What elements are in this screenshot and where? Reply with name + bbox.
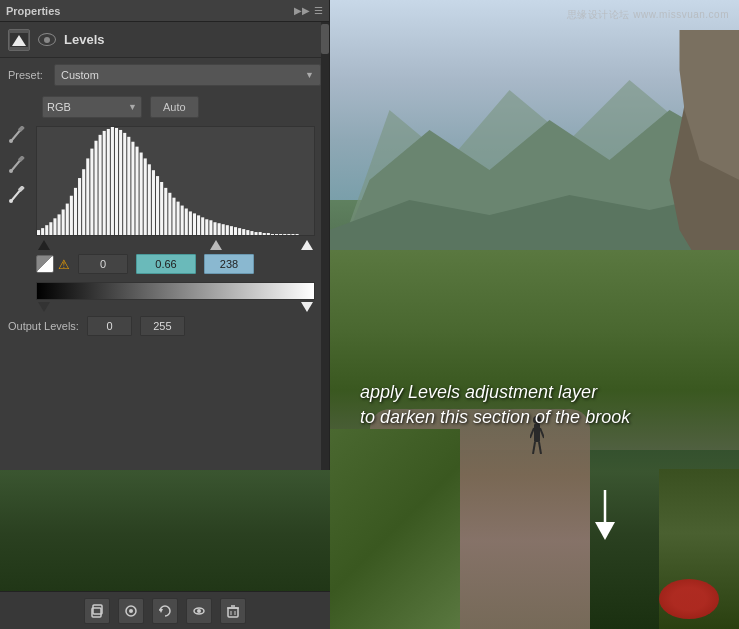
svg-rect-55 <box>160 182 163 235</box>
eyedropper-tools <box>8 126 26 208</box>
visibility-icon[interactable] <box>38 33 56 46</box>
svg-rect-62 <box>189 211 192 235</box>
svg-rect-38 <box>90 149 93 235</box>
svg-rect-39 <box>94 141 97 235</box>
delete-button[interactable] <box>220 598 246 624</box>
svg-rect-33 <box>70 196 73 235</box>
output-white-triangle[interactable] <box>301 302 313 312</box>
svg-rect-74 <box>238 228 241 235</box>
preset-dropdown[interactable]: Custom ▼ <box>54 64 321 86</box>
output-gradient-bar <box>36 282 315 300</box>
copy-layer-button[interactable] <box>84 598 110 624</box>
svg-rect-82 <box>271 234 274 235</box>
layer-name-label: Levels <box>64 32 104 47</box>
preset-value: Custom <box>61 69 99 81</box>
input-values-row: ⚠ <box>0 250 329 278</box>
mask-icon <box>36 255 54 273</box>
panel-expand-icon[interactable]: ▶▶ <box>294 5 310 16</box>
svg-rect-50 <box>140 153 143 235</box>
panel-menu-icon[interactable]: ☰ <box>314 5 323 16</box>
svg-rect-70 <box>222 224 225 235</box>
svg-rect-83 <box>275 234 278 235</box>
svg-rect-52 <box>148 164 151 235</box>
panel-title-row: Levels <box>0 22 329 58</box>
white-eyedropper-icon[interactable] <box>8 186 26 208</box>
output-black-input[interactable] <box>87 316 132 336</box>
svg-rect-29 <box>53 218 56 235</box>
svg-rect-77 <box>250 231 253 235</box>
channel-dropdown[interactable]: RGB ▼ <box>42 96 142 118</box>
auto-button[interactable]: Auto <box>150 96 199 118</box>
svg-rect-41 <box>103 131 106 235</box>
svg-rect-75 <box>242 229 245 235</box>
svg-rect-56 <box>164 188 167 235</box>
svg-rect-80 <box>263 233 266 235</box>
svg-rect-54 <box>156 176 159 235</box>
panel-scrollbar[interactable] <box>321 22 329 470</box>
white-point-input[interactable] <box>204 254 254 274</box>
mountain-area <box>330 30 739 280</box>
svg-rect-65 <box>201 217 204 235</box>
output-white-input[interactable] <box>140 316 185 336</box>
svg-rect-99 <box>228 608 238 617</box>
svg-rect-27 <box>45 225 48 235</box>
svg-point-22 <box>9 199 13 203</box>
svg-rect-26 <box>41 228 44 235</box>
gamma-point-triangle[interactable] <box>210 240 222 250</box>
svg-rect-67 <box>209 220 212 235</box>
svg-rect-71 <box>226 225 229 235</box>
svg-rect-30 <box>58 214 61 235</box>
svg-rect-63 <box>193 213 196 235</box>
svg-rect-61 <box>185 208 188 235</box>
eye-button[interactable] <box>186 598 212 624</box>
view-toggle-button[interactable] <box>118 598 144 624</box>
svg-rect-60 <box>181 206 184 235</box>
gray-eyedropper-icon[interactable] <box>8 156 26 178</box>
arrow-down-icon <box>590 490 620 549</box>
svg-rect-28 <box>49 222 52 235</box>
svg-rect-45 <box>119 130 122 235</box>
svg-rect-59 <box>177 202 180 235</box>
output-black-triangle[interactable] <box>38 302 50 312</box>
svg-rect-25 <box>37 230 40 235</box>
svg-rect-32 <box>66 204 69 235</box>
output-triangle-row <box>36 302 315 312</box>
svg-rect-57 <box>168 193 171 235</box>
svg-rect-48 <box>131 142 134 235</box>
svg-rect-84 <box>279 234 282 235</box>
svg-point-95 <box>129 609 133 613</box>
bottom-toolbar <box>0 591 330 629</box>
channel-row: RGB ▼ Auto <box>0 92 329 122</box>
svg-rect-85 <box>283 234 286 235</box>
black-point-triangle[interactable] <box>38 240 50 250</box>
svg-rect-87 <box>291 234 294 235</box>
svg-rect-88 <box>296 234 299 235</box>
annotation-text: apply Levels adjustment layer to darken … <box>360 380 630 430</box>
svg-rect-42 <box>107 129 110 235</box>
scrollbar-thumb[interactable] <box>321 24 329 54</box>
white-point-triangle[interactable] <box>301 240 313 250</box>
preset-dropdown-arrow: ▼ <box>305 70 314 80</box>
preset-row: Preset: Custom ▼ <box>0 58 329 92</box>
mask-warning-group: ⚠ <box>36 255 70 273</box>
input-triangle-row <box>36 240 315 250</box>
svg-rect-68 <box>213 222 216 235</box>
svg-line-10 <box>539 442 541 454</box>
svg-rect-79 <box>259 232 262 235</box>
panel-header: Properties ▶▶ ☰ <box>0 0 329 22</box>
svg-rect-49 <box>135 147 138 235</box>
channel-arrow-icon: ▼ <box>128 102 137 112</box>
svg-rect-81 <box>267 233 270 235</box>
black-eyedropper-icon[interactable] <box>8 126 26 148</box>
black-point-input[interactable] <box>78 254 128 274</box>
reset-button[interactable] <box>152 598 178 624</box>
svg-rect-53 <box>152 170 155 235</box>
panel-header-icons: ▶▶ ☰ <box>294 5 323 16</box>
svg-rect-66 <box>205 219 208 235</box>
gamma-input[interactable] <box>136 254 196 274</box>
svg-rect-73 <box>234 227 237 235</box>
svg-rect-34 <box>74 188 77 235</box>
svg-rect-35 <box>78 178 81 235</box>
channel-value: RGB <box>47 101 71 113</box>
warning-icon: ⚠ <box>58 257 70 272</box>
